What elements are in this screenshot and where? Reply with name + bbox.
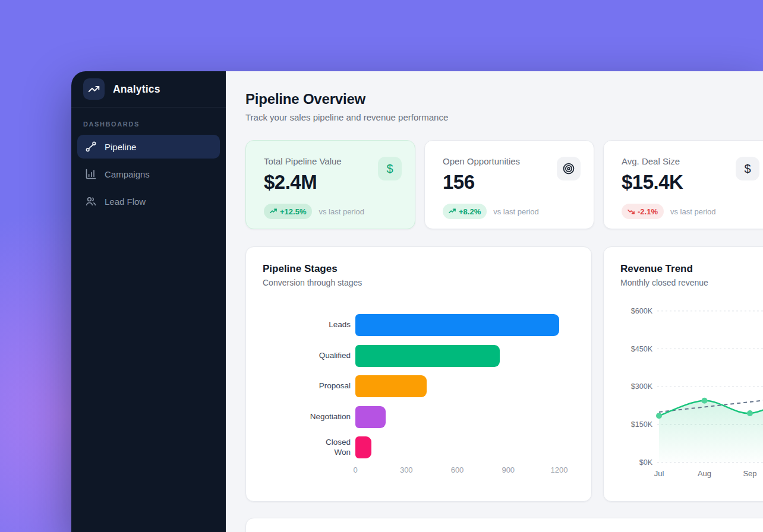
- charts-row: Pipeline Stages Conversion through stage…: [245, 246, 763, 502]
- sidebar-item-label: Pipeline: [105, 142, 136, 152]
- page-title: Pipeline Overview: [245, 91, 763, 107]
- sidebar-item-pipeline[interactable]: Pipeline: [77, 135, 220, 159]
- sidebar-item-campaigns[interactable]: Campaigns: [77, 162, 220, 186]
- x-axis-tick: Jul: [654, 469, 664, 478]
- bar-leads: [355, 314, 559, 336]
- change-badge: +8.2%: [443, 204, 487, 219]
- trend-down-mini-icon: [628, 208, 635, 215]
- stat-card-open-opportunities[interactable]: Open Opportunities 156 +8.2% vs last per…: [424, 140, 594, 229]
- trend-up-mini-icon: [270, 208, 277, 215]
- x-axis-tick: 300: [400, 466, 413, 474]
- bar-category-label: Negotiation: [246, 406, 351, 428]
- change-badge: +12.5%: [264, 204, 312, 219]
- y-axis-tick: $300K: [631, 382, 653, 391]
- sidebar-item-label: Campaigns: [105, 169, 150, 179]
- revenue-trend-plot: $0K$150K$300K$450K$600KJulAugSep: [604, 247, 763, 502]
- stat-footer: -2.1% vs last period: [622, 204, 759, 219]
- bar-category-label: Closed Won: [246, 436, 351, 458]
- y-axis-tick: $600K: [631, 307, 653, 315]
- bar-category-label: Qualified: [246, 345, 351, 367]
- route-icon: [85, 141, 97, 153]
- stat-footer: +8.2% vs last period: [443, 204, 581, 219]
- page-subtitle: Track your sales pipeline and revenue pe…: [245, 112, 763, 122]
- x-axis-tick: 600: [451, 466, 464, 474]
- sidebar-item-lead-flow[interactable]: Lead Flow: [77, 189, 220, 213]
- stats-row: Total Pipeline Value $2.4M $ +12.5% vs l…: [245, 140, 763, 229]
- pipeline-stages-card: Pipeline Stages Conversion through stage…: [245, 246, 592, 502]
- revenue-point: [747, 410, 753, 416]
- users-icon: [85, 195, 97, 207]
- analytics-logo: [83, 78, 105, 100]
- target-rings: [562, 162, 575, 175]
- sidebar-nav: Pipeline Campaigns Lead Flow: [71, 135, 226, 213]
- dollar-icon: $: [378, 157, 402, 180]
- x-axis-tick: 1200: [551, 466, 568, 474]
- stat-card-total-pipeline-value[interactable]: Total Pipeline Value $2.4M $ +12.5% vs l…: [245, 140, 415, 229]
- compare-label: vs last period: [670, 207, 716, 216]
- x-axis-tick: 900: [502, 466, 515, 474]
- bar-closed-won: [355, 436, 371, 458]
- x-axis-tick: 0: [353, 466, 357, 474]
- bar-negotiation: [355, 406, 386, 428]
- revenue-point: [702, 398, 708, 404]
- dollar-glyph: $: [744, 162, 751, 176]
- change-value: +12.5%: [280, 207, 306, 216]
- change-badge: -2.1%: [622, 204, 664, 219]
- bar-qualified: [355, 345, 500, 367]
- sidebar-section-label: DASHBOARDS: [83, 121, 214, 128]
- compare-label: vs last period: [319, 207, 364, 216]
- change-value: +8.2%: [459, 207, 481, 216]
- x-axis-tick: Aug: [698, 469, 711, 478]
- trend-up-mini-icon: [449, 208, 456, 215]
- y-axis-tick: $450K: [631, 345, 653, 353]
- compare-label: vs last period: [493, 207, 539, 216]
- sidebar: Analytics DASHBOARDS Pipeline Campaigns: [71, 71, 226, 532]
- brand-title: Analytics: [113, 83, 160, 96]
- bar-proposal: [355, 375, 427, 397]
- sidebar-item-label: Lead Flow: [105, 197, 146, 207]
- revenue-point: [656, 413, 662, 419]
- y-axis-tick: $0K: [639, 458, 653, 467]
- bar-category-label: Proposal: [246, 375, 351, 397]
- bar-category-label: Leads: [246, 314, 351, 336]
- x-axis-tick: Sep: [743, 469, 756, 478]
- bottom-card: [245, 518, 763, 532]
- trending-up-icon: [88, 83, 100, 95]
- revenue-trend-card: Revenue Trend Monthly closed revenue $0K…: [603, 246, 763, 502]
- target-icon: [557, 157, 581, 180]
- bar-chart-icon: [85, 168, 97, 180]
- dollar-glyph: $: [386, 162, 393, 176]
- pipeline-stages-plot: LeadsQualifiedProposalNegotiationClosed …: [246, 247, 591, 501]
- change-value: -2.1%: [638, 207, 658, 216]
- app-window: Analytics DASHBOARDS Pipeline Campaigns: [71, 71, 763, 532]
- stat-footer: +12.5% vs last period: [264, 204, 402, 219]
- stat-card-avg-deal-size[interactable]: Avg. Deal Size $15.4K $ -2.1% vs last pe…: [603, 140, 763, 229]
- dollar-icon: $: [736, 157, 759, 180]
- revenue-area: [659, 394, 763, 463]
- sidebar-header: Analytics: [71, 71, 226, 107]
- y-axis-tick: $150K: [631, 420, 653, 429]
- main-content: Pipeline Overview Track your sales pipel…: [226, 71, 763, 532]
